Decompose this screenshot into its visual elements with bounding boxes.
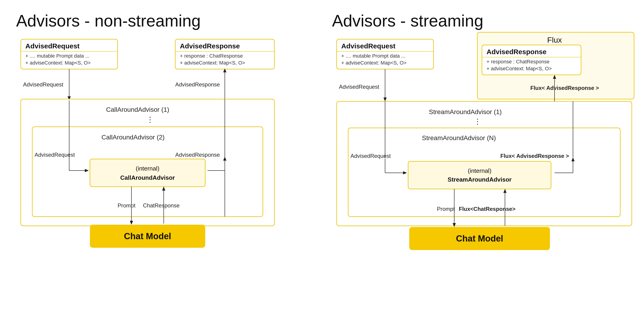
right-dots: ⋮ — [474, 117, 481, 126]
svg-rect-43 — [408, 161, 551, 189]
left-diagram: Advisors - non-streaming AdvisedRequest … — [14, 9, 302, 321]
right-inner-ar-label: AdvisedRequest — [350, 153, 391, 159]
left-svg: Advisors - non-streaming AdvisedRequest … — [14, 9, 302, 320]
right-ar-line2: + adviseContext: Map<S, O> — [341, 60, 406, 66]
left-ar-line2: + adviseContext: Map<S, O> — [25, 60, 90, 66]
left-aresp-title: AdvisedResponse — [180, 42, 240, 50]
right-title: Advisors - streaming — [332, 11, 483, 30]
left-chat-model: Chat Model — [124, 231, 171, 241]
left-internal-title: (internal) — [136, 165, 160, 172]
right-diagram: Advisors - streaming Flux AdvisedRequest… — [330, 9, 641, 321]
right-flux-chat-label: Flux<ChatResponse> — [459, 206, 515, 212]
left-outer-label1: CallAroundAdvisor (1) — [106, 106, 169, 113]
svg-rect-16 — [90, 159, 205, 187]
left-inner-ar-label: AdvisedRequest — [34, 152, 75, 158]
right-aresp-title: AdvisedResponse — [486, 48, 546, 55]
left-outer-label2: CallAroundAdvisor (2) — [102, 134, 165, 141]
left-aresp-line2: + adviseContext: Map<S, O> — [180, 60, 245, 66]
svg-marker-32 — [384, 97, 387, 101]
right-ar-title: AdvisedRequest — [341, 42, 396, 50]
right-aresp-line1: + response : ChatResponse — [486, 59, 550, 64]
right-outer-label2: StreamAroundAdvisor (N) — [422, 134, 496, 141]
right-internal-subtitle: StreamAroundAdvisor — [448, 176, 512, 183]
right-chat-model: Chat Model — [456, 234, 503, 243]
left-ar-label-down: AdvisedRequest — [23, 81, 64, 88]
left-ar-title: AdvisedRequest — [25, 42, 80, 50]
left-title: Advisors - non-streaming — [16, 11, 200, 30]
right-ar-line1: + .... mutable Prompt data ... — [341, 53, 405, 59]
left-aresp-label-up: AdvisedResponse — [175, 81, 220, 88]
left-internal-subtitle: CallAroundAdvisor — [120, 174, 175, 181]
right-outer-label1: StreamAroundAdvisor (1) — [429, 108, 502, 115]
diagrams-container: Advisors - non-streaming AdvisedRequest … — [14, 9, 630, 321]
right-ar-label-down: AdvisedRequest — [339, 84, 379, 90]
right-flux-ar-label: Flux< AdvisedResponse > — [530, 85, 599, 91]
right-internal-title: (internal) — [468, 167, 492, 174]
right-flux-title: Flux — [547, 35, 562, 44]
left-inner-aresp-label: AdvisedResponse — [175, 152, 220, 158]
left-aresp-line1: + response : ChatResponse — [180, 53, 243, 59]
left-dots: ⋮ — [146, 115, 154, 124]
right-prompt-label: Prompt — [437, 206, 455, 212]
right-inner-flux-label: Flux< AdvisedResponse > — [500, 153, 569, 159]
right-svg: Advisors - streaming Flux AdvisedRequest… — [330, 9, 641, 320]
left-prompt-label: Prompt — [118, 202, 136, 209]
left-ar-line1: + .... mutable Prompt data ... — [25, 53, 90, 59]
right-aresp-line2: + adviseContext: Map<S, O> — [486, 66, 552, 71]
left-chatresp-label: ChatResponse — [143, 202, 180, 209]
